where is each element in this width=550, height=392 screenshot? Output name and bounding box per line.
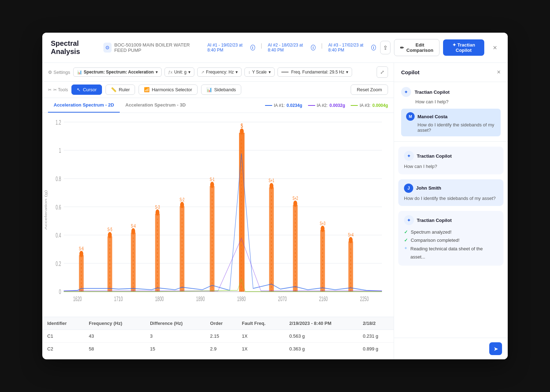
svg-rect-65 xyxy=(349,241,353,292)
legend-val-ia2: 0.0032g xyxy=(329,103,345,108)
legend-val-ia3: 0.0004g xyxy=(372,103,388,108)
svg-text:1890: 1890 xyxy=(196,295,205,302)
tab-3d[interactable]: Acceleration Spectrum - 3D xyxy=(120,98,192,113)
check-icon-2: ✓ xyxy=(404,236,408,244)
bubble-header-1: ✦ Tractian Copilot xyxy=(404,151,498,161)
chat-bubble-copilot-1: ✦ Tractian Copilot How can I help? xyxy=(398,147,503,174)
copilot-chat-body: ✦ Tractian Copilot How can I help? J Joh… xyxy=(394,142,508,338)
sidebands-icon: 📊 xyxy=(206,87,212,92)
svg-text:0.8: 0.8 xyxy=(55,175,61,182)
frequency-icon: ↗ xyxy=(201,70,204,75)
reset-zoom-button[interactable]: Reset Zoom xyxy=(351,85,388,95)
user-top-bubble: M Manoel Costa How do I identify the sid… xyxy=(401,109,501,136)
col-identifier: Identifier xyxy=(42,317,84,330)
freq-line-icon xyxy=(281,72,289,72)
chevron-down-icon: ▾ xyxy=(346,70,348,75)
svg-text:S+4: S+4 xyxy=(348,232,354,237)
tools-label: ✂ ✂ Tools xyxy=(48,87,68,92)
svg-rect-57 xyxy=(293,205,297,292)
row2-diff: 15 xyxy=(145,343,205,355)
send-button[interactable]: ➤ xyxy=(489,342,502,355)
legend-label-ia1: IA #1: xyxy=(274,103,285,108)
copilot-input-field[interactable] xyxy=(400,346,486,352)
svg-text:S+3: S+3 xyxy=(320,220,325,226)
row1-diff: 3 xyxy=(145,330,205,343)
john-name: John Smith xyxy=(416,185,441,191)
svg-rect-45 xyxy=(210,186,214,292)
manoel-msg: How do I identify the sidebands of my as… xyxy=(406,122,496,133)
svg-point-30 xyxy=(108,232,112,238)
bubble-header-user: J John Smith xyxy=(404,184,498,193)
expand-button[interactable]: ⤢ xyxy=(377,66,388,78)
copilot-top-name: Tractian Copilot xyxy=(415,89,449,95)
copilot-close-button[interactable]: × xyxy=(497,69,501,76)
svg-text:1710: 1710 xyxy=(114,295,123,302)
check-text-1: Spectrum analyzed! xyxy=(411,228,452,236)
legend-label-ia3: IA #3: xyxy=(360,103,371,108)
svg-rect-25 xyxy=(79,255,83,292)
legend-val-ia1: 0.0234g xyxy=(286,103,302,108)
table-row: C2 58 15 2.9 1X 0.363 g 0.899 g xyxy=(42,343,394,355)
machine-info: ⚙ BOC-501009 MAIN BOILER WATER FEED PUMP xyxy=(103,42,199,53)
col-frequency: Frequency (Hz) xyxy=(84,317,145,330)
modal-body: ⚙ Settings 📊 Spectrum: Spectrum: Acceler… xyxy=(42,63,508,359)
svg-rect-37 xyxy=(155,214,160,292)
svg-text:1800: 1800 xyxy=(155,295,163,302)
info-icon-3: i xyxy=(371,45,376,50)
legend-line-ia1 xyxy=(265,105,272,106)
send-icon: ➤ xyxy=(494,345,498,352)
unit-dropdown[interactable]: ƒx Unit: g ▾ xyxy=(165,67,194,77)
close-button[interactable]: × xyxy=(491,42,499,53)
john-text: How do I identify the sidebands of my as… xyxy=(404,195,498,202)
svg-point-38 xyxy=(156,209,160,216)
copilot-top-message: ✦ Tractian Copilot How can I help? M Man… xyxy=(394,82,508,142)
row1-order: 2.15 xyxy=(205,330,237,343)
svg-point-62 xyxy=(321,226,325,232)
svg-text:2070: 2070 xyxy=(278,295,287,302)
row1-id: C1 xyxy=(42,330,84,343)
ai-tag-1[interactable]: AI #1 - 19/02/23 at 8:40 PM i xyxy=(207,43,255,53)
svg-rect-53 xyxy=(269,187,274,292)
tools-bar: ✂ ✂ Tools ↖ Cursor 📏 Ruler 📶 Harmonics S… xyxy=(42,82,394,98)
tractian-copilot-button[interactable]: ✦ Tractian Copilot xyxy=(443,39,484,56)
sidebands-button[interactable]: 📊 Sidebands xyxy=(201,85,241,95)
chart-legend: IA #1: 0.0234g IA #2: 0.0032g IA #3: 0.0… xyxy=(265,103,388,108)
settings-label: ⚙ Settings xyxy=(48,70,70,75)
row1-fault: 1X xyxy=(237,330,284,343)
ai-tag-3[interactable]: AI #3 - 17/02/23 at 8:40 PM i xyxy=(328,43,376,53)
svg-text:S-6: S-6 xyxy=(79,245,84,251)
frequency-dropdown[interactable]: ↗ Frequency: Hz ▾ xyxy=(197,67,242,77)
copilot-input-bar: ➤ xyxy=(394,338,508,359)
machine-icon: ⚙ xyxy=(103,43,112,53)
divider-1: | xyxy=(261,43,262,53)
share-button[interactable]: ⇪ xyxy=(380,41,390,54)
row2-val1: 0.363 g xyxy=(284,343,358,355)
copilot-top-user: ✦ Tractian Copilot xyxy=(401,87,501,97)
harmonics-selector-button[interactable]: 📶 Harmonics Selector xyxy=(139,85,197,95)
yscale-dropdown[interactable]: ↕ Y Scale ▾ xyxy=(244,67,275,77)
cursor-tool-button[interactable]: ↖ Cursor xyxy=(71,85,102,95)
modal-title: Spectral Analysis xyxy=(51,39,99,56)
john-avatar: J xyxy=(404,184,413,193)
svg-rect-41 xyxy=(180,206,184,292)
ruler-tool-button[interactable]: 📏 Ruler xyxy=(106,85,135,95)
col-fault-freq: Fault Freq. xyxy=(237,317,284,330)
ai-tag-2[interactable]: AI #2 - 18/02/23 at 8:40 PM i xyxy=(268,43,316,53)
divider-2: | xyxy=(321,43,323,53)
legend-ia2: IA #2: 0.0032g xyxy=(308,103,345,108)
svg-rect-33 xyxy=(131,233,135,292)
tab-2d[interactable]: Acceleration Spectrum - 2D xyxy=(48,98,120,113)
freq-fundamental-dropdown[interactable]: Freq. Fundamental: 29.5 Hz ▾ xyxy=(277,67,352,77)
chat-bubble-user-1: J John Smith How do I identify the sideb… xyxy=(398,179,503,206)
svg-point-58 xyxy=(293,201,297,207)
chart-area[interactable]: 0 0.2 0.4 0.6 0.8 1 1.2 Acceleration (g)… xyxy=(42,113,394,317)
edit-comparison-button[interactable]: ✏ Edit Comparison xyxy=(394,39,440,56)
svg-text:2250: 2250 xyxy=(360,295,368,302)
machine-label: BOC-501009 MAIN BOILER WATER FEED PUMP xyxy=(114,42,199,53)
spectrum-dropdown[interactable]: 📊 Spectrum: Spectrum: Acceleration ▾ xyxy=(73,67,162,77)
svg-text:1980: 1980 xyxy=(237,295,246,302)
check-item-1: ✓ Spectrum analyzed! xyxy=(404,228,498,236)
info-icon-1: i xyxy=(250,45,255,50)
svg-text:2160: 2160 xyxy=(319,295,328,302)
bubble-header-2: ✦ Tractian Copilot xyxy=(404,215,498,225)
